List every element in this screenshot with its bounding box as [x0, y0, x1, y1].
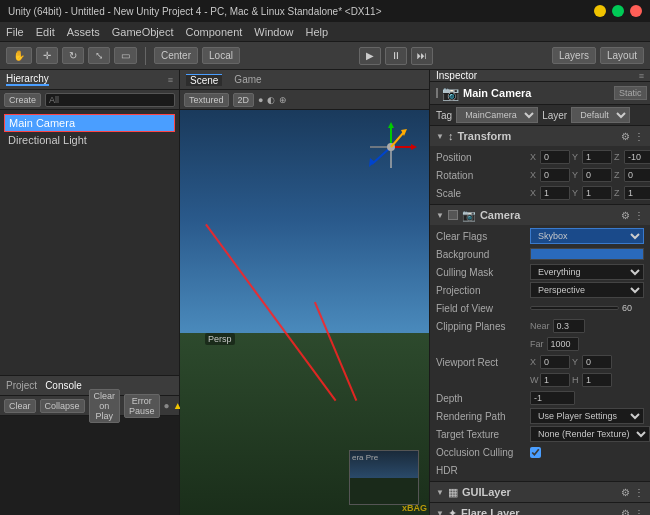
move-tool-button[interactable]: ✛: [36, 47, 58, 64]
hierarchy-item-directional-light[interactable]: Directional Light: [4, 132, 175, 148]
tab-console[interactable]: Console: [45, 380, 82, 391]
menu-help[interactable]: Help: [305, 26, 328, 38]
near-input[interactable]: [553, 319, 585, 333]
rect-tool-button[interactable]: ▭: [114, 47, 137, 64]
clearflags-row: Clear Flags Skybox: [436, 227, 644, 245]
rotation-row: Rotation X Y Z: [436, 166, 644, 184]
viewport-y-input[interactable]: [582, 355, 612, 369]
menu-file[interactable]: File: [6, 26, 24, 38]
console-clear-button[interactable]: Clear: [4, 399, 36, 413]
targettexture-dropdown[interactable]: None (Render Texture): [530, 426, 650, 442]
guilayer-dots-icon[interactable]: ⋮: [634, 487, 644, 498]
layer-dropdown[interactable]: Default: [571, 107, 630, 123]
tab-project[interactable]: Project: [6, 380, 37, 391]
hierarchy-create-button[interactable]: Create: [4, 93, 41, 107]
flarelayer-dots-icon[interactable]: ⋮: [634, 508, 644, 516]
scale-x-input[interactable]: [540, 186, 570, 200]
scale-z-input[interactable]: [624, 186, 650, 200]
transform-header[interactable]: ▼ ↕ Transform ⚙ ⋮: [430, 126, 650, 146]
guilayer-header[interactable]: ▼ ▦ GUILayer ⚙ ⋮: [430, 482, 650, 502]
view-tabs: Scene Game: [180, 70, 429, 90]
flarelayer-label: Flare Layer: [461, 507, 617, 515]
local-button[interactable]: Local: [202, 47, 240, 64]
viewport-w-input[interactable]: [540, 373, 570, 387]
layout-dropdown[interactable]: Layout: [600, 47, 644, 64]
rotation-y-input[interactable]: [582, 168, 612, 182]
hand-tool-button[interactable]: ✋: [6, 47, 32, 64]
renderingpath-dropdown[interactable]: Use Player Settings: [530, 408, 644, 424]
inspector-tab-label[interactable]: Inspector: [436, 70, 477, 81]
far-input[interactable]: [547, 337, 579, 351]
scene-textured-button[interactable]: Textured: [184, 93, 229, 107]
scene-viewport[interactable]: Persp era Pre xBAG: [180, 110, 429, 515]
menu-window[interactable]: Window: [254, 26, 293, 38]
play-button[interactable]: ▶: [359, 47, 381, 65]
scale-values: X Y Z: [530, 186, 650, 200]
object-name-input[interactable]: [463, 87, 610, 99]
layers-dropdown[interactable]: Layers: [552, 47, 596, 64]
tag-dropdown[interactable]: MainCamera: [456, 107, 538, 123]
tag-label: Tag: [436, 110, 452, 121]
scene-tab[interactable]: Scene: [186, 74, 222, 86]
hierarchy-item-main-camera[interactable]: Main Camera: [4, 114, 175, 132]
position-row: Position X Y Z: [436, 148, 644, 166]
center-button[interactable]: Center: [154, 47, 198, 64]
camera-header[interactable]: ▼ 📷 Camera ⚙ ⋮: [430, 205, 650, 225]
console-errorpause-button[interactable]: Error Pause: [124, 394, 160, 418]
scene-2d-button[interactable]: 2D: [233, 93, 255, 107]
guilayer-gear-icon[interactable]: ⚙: [621, 487, 630, 498]
menu-gameobject[interactable]: GameObject: [112, 26, 174, 38]
close-button[interactable]: [630, 5, 642, 17]
camera-dots-icon[interactable]: ⋮: [634, 210, 644, 221]
depth-label: Depth: [436, 393, 526, 404]
depth-input[interactable]: [530, 391, 575, 405]
flarelayer-header[interactable]: ▼ ✦ Flare Layer ⚙ ⋮: [430, 503, 650, 515]
clearflags-dropdown[interactable]: Skybox: [530, 228, 644, 244]
rotate-tool-button[interactable]: ↻: [62, 47, 84, 64]
camera-preview: era Pre: [349, 450, 419, 505]
rotation-z-input[interactable]: [624, 168, 650, 182]
object-enable-checkbox[interactable]: [436, 88, 438, 98]
scale-y-input[interactable]: [582, 186, 612, 200]
cullingmask-label: Culling Mask: [436, 267, 526, 278]
targettexture-row: Target Texture None (Render Texture): [436, 425, 644, 443]
maximize-button[interactable]: [612, 5, 624, 17]
background-color-swatch[interactable]: [530, 248, 644, 260]
menu-assets[interactable]: Assets: [67, 26, 100, 38]
camera-enable-checkbox[interactable]: [448, 210, 458, 220]
game-tab[interactable]: Game: [230, 74, 265, 85]
viewport-x-input[interactable]: [540, 355, 570, 369]
hierarchy-search-input[interactable]: [45, 93, 175, 107]
scene-fx-icon: ⊕: [279, 95, 287, 105]
menu-component[interactable]: Component: [185, 26, 242, 38]
camera-preview-label: era Pre: [352, 453, 378, 462]
position-label: Position: [436, 152, 526, 163]
pause-button[interactable]: ⏸: [385, 47, 407, 65]
minimize-button[interactable]: [594, 5, 606, 17]
scale-tool-button[interactable]: ⤡: [88, 47, 110, 64]
position-z-input[interactable]: [624, 150, 650, 164]
projection-dropdown[interactable]: Perspective: [530, 282, 644, 298]
transform-component: ▼ ↕ Transform ⚙ ⋮ Position X Y Z: [430, 126, 650, 205]
console-collapse-button[interactable]: Collapse: [40, 399, 85, 413]
projection-label: Projection: [436, 285, 526, 296]
console-dot-icon: ●: [164, 400, 170, 411]
layer-label: Layer: [542, 110, 567, 121]
static-button[interactable]: Static: [614, 86, 647, 100]
occlusion-checkbox[interactable]: [530, 447, 541, 458]
console-clearonplay-button[interactable]: Clear on Play: [89, 389, 121, 423]
position-y-input[interactable]: [582, 150, 612, 164]
viewport-h-input[interactable]: [582, 373, 612, 387]
depth-row: Depth: [436, 389, 644, 407]
cullingmask-dropdown[interactable]: Everything: [530, 264, 644, 280]
flarelayer-gear-icon[interactable]: ⚙: [621, 508, 630, 516]
step-button[interactable]: ⏭: [411, 47, 433, 65]
transform-dots-icon[interactable]: ⋮: [634, 131, 644, 142]
menu-edit[interactable]: Edit: [36, 26, 55, 38]
position-x-input[interactable]: [540, 150, 570, 164]
hierarchy-tab[interactable]: Hierarchy: [6, 73, 49, 86]
camera-gear-icon[interactable]: ⚙: [621, 210, 630, 221]
rotation-x-input[interactable]: [540, 168, 570, 182]
x-label: X: [530, 152, 538, 162]
transform-gear-icon[interactable]: ⚙: [621, 131, 630, 142]
